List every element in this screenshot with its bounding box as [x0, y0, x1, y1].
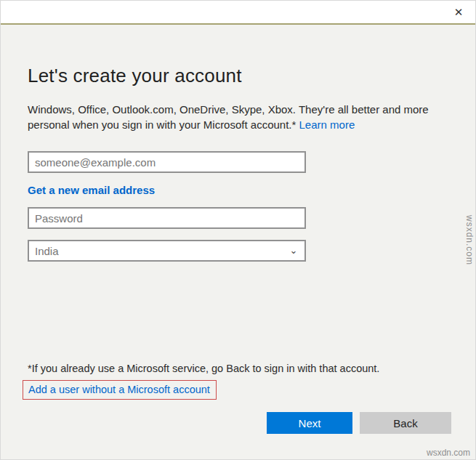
password-field[interactable] — [28, 207, 306, 229]
chevron-down-icon: ⌄ — [283, 241, 304, 260]
watermark-horizontal: wsxdn.com — [427, 448, 470, 458]
dialog-content: Let's create your account Windows, Offic… — [1, 26, 475, 459]
watermark-vertical: wsxdn.com — [464, 215, 475, 265]
close-button[interactable]: ✕ — [442, 1, 475, 23]
footnote: *If you already use a Microsoft service,… — [28, 363, 449, 374]
description: Windows, Office, Outlook.com, OneDrive, … — [28, 102, 449, 132]
back-button[interactable]: Back — [360, 412, 451, 434]
country-select-value: India — [29, 245, 283, 257]
create-account-dialog: ✕ Let's create your account Windows, Off… — [0, 0, 476, 460]
close-icon: ✕ — [454, 6, 464, 18]
email-field[interactable] — [28, 151, 306, 173]
annotation-highlight-box: Add a user without a Microsoft account — [23, 380, 217, 400]
add-local-user-link[interactable]: Add a user without a Microsoft account — [28, 384, 210, 395]
learn-more-link[interactable]: Learn more — [299, 118, 355, 131]
titlebar: ✕ — [1, 1, 475, 25]
new-email-link[interactable]: Get a new email address — [28, 184, 155, 196]
page-title: Let's create your account — [28, 65, 242, 87]
country-select[interactable]: India ⌄ — [28, 240, 306, 262]
description-text: Windows, Office, Outlook.com, OneDrive, … — [28, 103, 429, 131]
next-button[interactable]: Next — [267, 412, 352, 434]
